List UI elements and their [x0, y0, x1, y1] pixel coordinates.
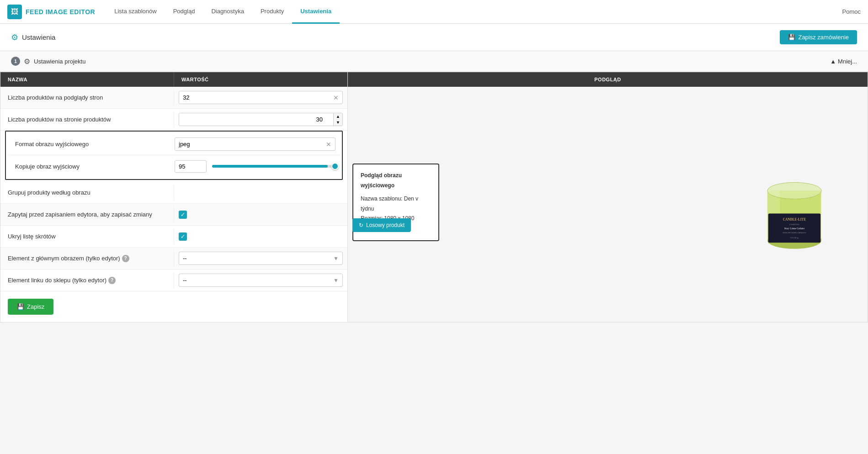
section-header: 1 ⚙ Ustawienia projektu ▲ Mniej... — [0, 51, 868, 72]
app-logo[interactable]: 🖼 FEED IMAGE EDITOR — [7, 5, 95, 19]
collapse-button[interactable]: ▲ Mniej... — [830, 58, 857, 65]
right-panel: PODGLĄD Podgląd obrazu wyjściowego Nazwa… — [348, 72, 868, 322]
row-value-ukryj-liste: ✓ — [174, 230, 347, 243]
row-value-kopiuje-obraz — [170, 158, 340, 175]
col-value-header: WARTOŚĆ — [174, 72, 347, 87]
checkbox-ukryj-liste[interactable]: ✓ — [179, 232, 187, 241]
page-header: ⚙ Ustawienia 💾 Zapisz zamówienie — [0, 24, 868, 51]
select-element-glowny[interactable]: -- — [179, 252, 330, 264]
row-liczba-podglady: Liczba produktów na podglądy stron ✕ — [0, 87, 347, 109]
svg-text:Key Lime Gelato: Key Lime Gelato — [784, 227, 804, 230]
row-label-element-link-sklepu: Element linku do sklepu (tylko edytor) ? — [0, 272, 174, 289]
left-panel: NAZWA WARTOŚĆ Liczba produktów na podglą… — [0, 72, 348, 322]
help-link[interactable]: Pomoc — [842, 8, 861, 15]
settings-icon: ⚙ — [11, 32, 18, 42]
row-value-format-obrazu: ✕ — [170, 135, 340, 153]
checkbox-zapytaj[interactable]: ✓ — [179, 211, 187, 219]
select-element-glowny-wrapper: -- ▼ — [179, 252, 343, 265]
row-label-format-obrazu: Format obrazu wyjściowego — [8, 136, 170, 152]
save-icon: 💾 — [17, 303, 24, 310]
row-zapytaj: Zapytaj przed zapisaniem edytora, aby za… — [0, 204, 347, 226]
table-header: NAZWA WARTOŚĆ — [0, 72, 347, 87]
section-gear-icon: ⚙ — [24, 57, 30, 66]
nav-items: Lista szablonów Podgląd Diagnostyka Prod… — [106, 0, 842, 24]
row-value-zapytaj: ✓ — [174, 208, 347, 222]
random-product-label: Losowy produkt — [366, 222, 405, 228]
input-liczba-stronie[interactable] — [179, 113, 333, 126]
input-format-obrazu-wrapper: ✕ — [175, 137, 335, 151]
nav-item-diagnostyka[interactable]: Diagnostyka — [203, 0, 252, 24]
row-label-liczba-podglady: Liczba produktów na podglądy stron — [0, 90, 174, 106]
chevron-down-icon-2: ▼ — [330, 277, 342, 284]
help-icon-element-glowny[interactable]: ? — [122, 255, 129, 262]
top-navigation: 🖼 FEED IMAGE EDITOR Lista szablonów Podg… — [0, 0, 868, 24]
chevron-up-icon: ▲ — [830, 58, 836, 65]
row-value-liczba-podglady: ✕ — [174, 88, 347, 107]
row-ukryj-liste: Ukryj listę skrótów ✓ — [0, 226, 347, 248]
row-value-liczba-stronie: ▲ ▼ — [174, 110, 347, 129]
logo-icon: 🖼 — [7, 5, 22, 19]
spin-down-button[interactable]: ▼ — [334, 120, 342, 126]
row-label-help-wrapper: Element z głównym obrazem (tylko edytor)… — [8, 255, 166, 262]
refresh-icon: ↻ — [359, 222, 363, 228]
row-label-grupuj-produkty: Grupuj produkty według obrazu — [0, 185, 174, 201]
app-title: FEED IMAGE EDITOR — [26, 8, 95, 16]
svg-text:COMPANY: COMPANY — [789, 223, 800, 226]
slider-value-input[interactable] — [175, 160, 207, 173]
slider-track[interactable] — [212, 165, 334, 168]
spin-up-button[interactable]: ▲ — [334, 114, 342, 120]
clear-liczba-podglady-button[interactable]: ✕ — [330, 94, 342, 101]
input-format-obrazu[interactable] — [175, 138, 322, 150]
row-format-obrazu: Format obrazu wyjściowego ✕ — [8, 133, 340, 155]
highlighted-box: Format obrazu wyjściowego ✕ Kopiuje obra… — [5, 131, 343, 180]
section-header-left: 1 ⚙ Ustawienia projektu — [11, 57, 85, 66]
page-title: Ustawienia — [22, 33, 55, 41]
clear-format-obrazu-button[interactable]: ✕ — [322, 141, 335, 148]
input-liczba-podglady-wrapper: ✕ — [179, 91, 343, 104]
save-order-label: Zapisz zamówienie — [798, 34, 849, 41]
row-element-glowny-obraz: Element z głównym obrazem (tylko edytor)… — [0, 248, 347, 269]
save-button[interactable]: 💾 Zapisz — [8, 299, 53, 315]
spin-buttons: ▲ ▼ — [333, 114, 342, 126]
save-order-button[interactable]: 💾 Zapisz zamówienie — [780, 30, 857, 44]
nav-item-lista-szablonow[interactable]: Lista szablonów — [106, 0, 165, 24]
row-liczba-stronie: Liczba produktów na stronie produktów ▲ … — [0, 109, 347, 131]
row-element-link-sklepu: Element linku do sklepu (tylko edytor) ?… — [0, 269, 347, 291]
slider-fill — [212, 165, 328, 168]
row-label-zapytaj: Zapytaj przed zapisaniem edytora, aby za… — [0, 206, 174, 222]
section-title: Ustawienia projektu — [34, 58, 85, 65]
section-index: 1 — [11, 57, 20, 66]
input-liczba-podglady[interactable] — [179, 91, 330, 104]
select-element-link-wrapper: -- ▼ — [179, 274, 343, 287]
select-element-link[interactable]: -- — [179, 274, 330, 286]
nav-item-ustawienia[interactable]: Ustawienia — [292, 0, 340, 24]
svg-text:3 OZ (85 g): 3 OZ (85 g) — [790, 237, 799, 239]
input-liczba-stronie-wrapper: ▲ ▼ — [179, 113, 343, 126]
random-product-button[interactable]: ↻ Losowy produkt — [352, 218, 411, 232]
preview-info-line-0: Nazwa szablonu: Den v týdnu — [361, 194, 431, 214]
preview-image-area: CANDLE-LITE COMPANY Key Lime Gelato ENGL… — [749, 154, 840, 269]
row-grupuj-produkty: Grupuj produkty według obrazu — [0, 182, 347, 204]
save-order-icon: 💾 — [788, 34, 795, 41]
slider-row — [175, 160, 335, 173]
slider-thumb[interactable] — [331, 163, 339, 170]
row-label-help-wrapper-2: Element linku do sklepu (tylko edytor) ? — [8, 277, 166, 284]
candle-image: CANDLE-LITE COMPANY Key Lime Gelato ENGL… — [756, 166, 833, 257]
row-label-ukryj-liste: Ukryj listę skrótów — [0, 228, 174, 244]
nav-item-produkty[interactable]: Produkty — [252, 0, 292, 24]
col-name-header: NAZWA — [0, 72, 174, 87]
row-value-grupuj-produkty — [174, 190, 347, 195]
row-label-kopiuje-obraz: Kopiuje obraz wyjściowy — [8, 158, 170, 174]
help-icon-element-link[interactable]: ? — [108, 277, 116, 284]
svg-text:ENGLISH BORN CANDLES: ENGLISH BORN CANDLES — [783, 232, 806, 234]
collapse-label: Mniej... — [838, 58, 857, 65]
row-label-element-glowny-obraz: Element z głównym obrazem (tylko edytor)… — [0, 250, 174, 267]
save-label: Zapisz — [27, 303, 44, 310]
row-value-element-link-sklepu: -- ▼ — [174, 271, 347, 290]
nav-item-podglad[interactable]: Podgląd — [165, 0, 203, 24]
preview-info-title: Podgląd obrazu wyjściowego — [361, 171, 431, 190]
row-label-liczba-stronie: Liczba produktów na stronie produktów — [0, 111, 174, 127]
row-value-element-glowny-obraz: -- ▼ — [174, 249, 347, 268]
svg-text:CANDLE-LITE: CANDLE-LITE — [783, 218, 806, 222]
row-kopiuje-obraz: Kopiuje obraz wyjściowy — [8, 155, 340, 177]
